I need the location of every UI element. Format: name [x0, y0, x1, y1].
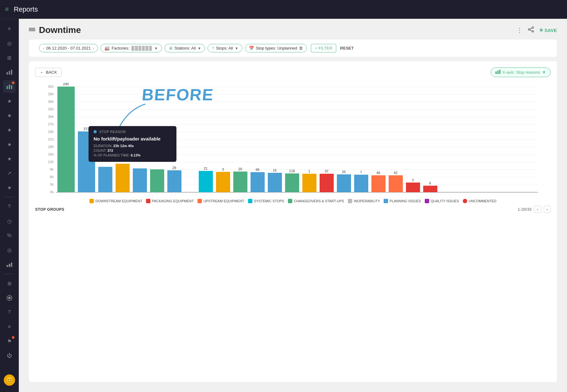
legend-color-uncommented	[463, 199, 467, 203]
back-button[interactable]: ← BACK	[35, 68, 62, 77]
sidebar-power-icon[interactable]: ⏻	[3, 349, 16, 362]
sidebar-help-icon[interactable]: ?	[3, 200, 16, 213]
svg-text:6h: 6h	[50, 175, 54, 179]
stop-groups-label: STOP GROUPS	[35, 207, 64, 212]
app-title: Reports	[14, 5, 38, 13]
bar-14[interactable]	[302, 174, 316, 192]
bar-4[interactable]	[116, 164, 130, 192]
bar-6[interactable]	[150, 169, 164, 192]
save-label: SAVE	[544, 28, 557, 33]
bar-17[interactable]	[354, 175, 368, 192]
bar-9[interactable]	[216, 172, 230, 192]
bar-16[interactable]	[337, 174, 351, 192]
sidebar-settings-icon[interactable]: ⚙	[3, 277, 16, 290]
svg-text:39h: 39h	[48, 92, 54, 96]
pagination-next-button[interactable]: ›	[544, 206, 551, 213]
sidebar-star6-icon[interactable]: ★	[3, 181, 16, 194]
bar-1[interactable]	[57, 87, 75, 192]
legend-packaging: PACKAGING EQUIPMENT	[146, 199, 194, 203]
stations-dropdown-icon[interactable]: ▼	[198, 46, 201, 50]
sidebar-avatar[interactable]: 😊	[4, 374, 15, 386]
bar-11[interactable]	[251, 172, 265, 192]
bar-7[interactable]	[167, 170, 181, 192]
sidebar-help2-icon[interactable]: ?	[3, 306, 16, 319]
svg-text:15h: 15h	[48, 152, 54, 156]
legend-color-planning	[384, 199, 388, 203]
svg-rect-21	[499, 70, 500, 74]
prev-date-icon[interactable]: ‹	[43, 46, 44, 50]
svg-rect-19	[495, 72, 497, 74]
sidebar-bar-chart-icon[interactable]	[3, 66, 16, 78]
bar-8[interactable]	[199, 171, 213, 192]
sidebar-timer-icon[interactable]: ◷	[3, 215, 16, 227]
legend-planning: PLANNING ISSUES	[384, 199, 421, 203]
svg-text:21h: 21h	[48, 137, 54, 141]
bar-13[interactable]	[285, 173, 299, 192]
add-filter-button[interactable]: + FILTER	[311, 44, 336, 52]
xaxis-button[interactable]: X-axis: Stop reasons ▼	[491, 67, 551, 77]
breadcrumb-icon[interactable]	[29, 27, 35, 33]
sidebar-stack-icon[interactable]: ≡	[3, 320, 16, 333]
stop-types-filter[interactable]: 📅 Stop types: Unplanned 🗑	[245, 44, 307, 52]
sidebar-star3-icon[interactable]: ★	[3, 124, 16, 136]
share-button[interactable]	[528, 26, 534, 34]
hamburger-icon[interactable]: ≡	[5, 6, 9, 13]
sidebar-reports-icon[interactable]	[3, 80, 16, 93]
factories-value: ██████	[131, 46, 152, 50]
legend-label-quality: QUALITY ISSUES	[431, 199, 459, 203]
date-range-filter[interactable]: ‹ 06.12.2020 - 07.01.2021 ›	[39, 44, 98, 52]
sidebar-star4-icon[interactable]: ★	[3, 138, 16, 151]
svg-text:15: 15	[273, 168, 277, 172]
svg-text:29: 29	[172, 166, 176, 170]
svg-rect-3	[7, 86, 8, 89]
factories-filter[interactable]: 🏭 Factories: ██████ ▼	[100, 44, 162, 52]
bar-12[interactable]	[268, 173, 282, 192]
svg-text:12h: 12h	[48, 160, 54, 164]
more-options-button[interactable]: ⋮	[516, 26, 523, 34]
bar-20[interactable]	[406, 183, 420, 192]
chart-container: ← BACK X-axis: Stop reasons ▼ BEFORE	[29, 61, 557, 382]
bar-2[interactable]	[78, 131, 95, 192]
stops-dropdown-icon[interactable]: ▼	[235, 46, 238, 50]
sidebar-trending-icon[interactable]: ↗	[3, 167, 16, 179]
sidebar-target-icon[interactable]: ◎	[3, 37, 16, 50]
stations-filter[interactable]: 🖥 Stations: All ▼	[165, 44, 205, 52]
date-range-value: 06.12.2020 - 07.01.2021	[46, 46, 91, 50]
legend-label-changeovers: CHANGEOVERS & START-UPS	[294, 199, 344, 203]
sidebar-small-chart-icon[interactable]	[3, 258, 16, 271]
bar-5[interactable]	[133, 168, 147, 192]
bar-18[interactable]	[371, 175, 386, 192]
bar-3[interactable]	[98, 167, 112, 192]
sidebar-menu-icon[interactable]: ≡	[3, 23, 16, 35]
svg-text:118: 118	[289, 169, 295, 173]
svg-point-14	[532, 27, 534, 28]
save-button[interactable]: ★ SAVE	[539, 27, 557, 33]
legend-color-systemic	[248, 199, 252, 203]
sidebar-percent-icon[interactable]: %	[3, 229, 16, 242]
bar-21[interactable]	[423, 186, 437, 192]
sidebar-star2-icon[interactable]: ★	[3, 109, 16, 122]
factories-dropdown-icon[interactable]: ▼	[154, 46, 158, 50]
sidebar-circle-icon[interactable]: ◎	[3, 244, 16, 256]
svg-line-18	[530, 28, 532, 29]
bar-19[interactable]	[389, 175, 403, 192]
pagination-prev-button[interactable]: ‹	[534, 206, 541, 213]
next-date-icon[interactable]: ›	[93, 46, 94, 50]
sidebar-coins-icon[interactable]	[3, 292, 16, 304]
stations-value: Stations: All	[175, 46, 196, 50]
sidebar-star5-icon[interactable]: ★	[3, 152, 16, 165]
stops-filter[interactable]: ? Stops: All ▼	[208, 44, 242, 52]
svg-rect-8	[11, 262, 12, 267]
reset-button[interactable]: RESET	[340, 46, 354, 50]
legend-upstream: UPSTREAM EQUIPMENT	[197, 199, 244, 203]
legend-changeovers: CHANGEOVERS & START-UPS	[288, 199, 344, 203]
sidebar-star1-icon[interactable]: ★	[3, 95, 16, 107]
bar-15[interactable]	[320, 174, 334, 192]
main-layout: ≡ ◎ ⊞ ★ ★ ★ ★ ★ ↗ ★ ? ◷ % ◎ ⚙ ? ≡ ⚑	[0, 19, 567, 392]
stop-types-remove-icon[interactable]: 🗑	[299, 46, 303, 50]
bar-10[interactable]	[233, 172, 247, 192]
sidebar-flag-icon[interactable]: ⚑	[3, 335, 16, 347]
sidebar-dashboard-icon[interactable]: ⊞	[3, 51, 16, 64]
filter-bar: ‹ 06.12.2020 - 07.01.2021 › 🏭 Factories:…	[29, 40, 557, 57]
stop-types-value: Stop types: Unplanned	[256, 46, 297, 50]
